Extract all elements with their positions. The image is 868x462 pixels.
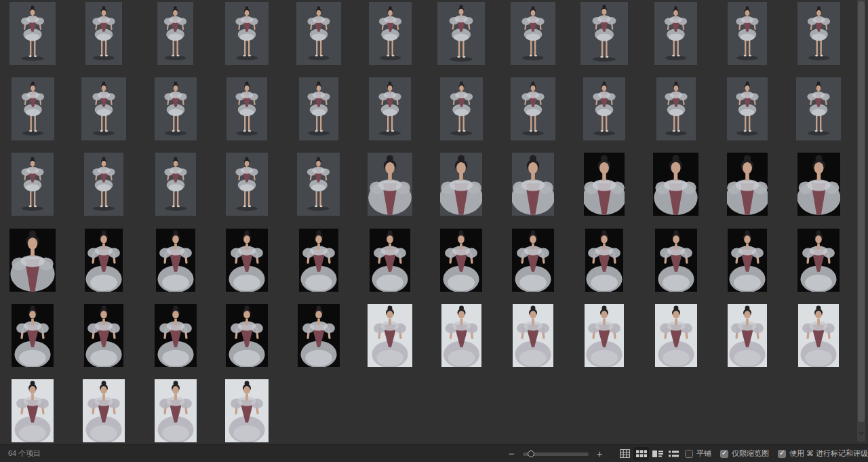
photo-thumbnail[interactable] xyxy=(728,229,767,292)
photo-thumbnail[interactable] xyxy=(655,304,697,367)
photo-thumbnail[interactable] xyxy=(728,2,767,65)
photo-thumbnail[interactable] xyxy=(513,304,553,367)
photo-thumbnail[interactable] xyxy=(85,2,122,65)
photo-thumbnail[interactable] xyxy=(12,77,54,140)
photo-thumbnail[interactable] xyxy=(299,77,338,140)
cmd-tag-rate-label: 使用 ⌘ 进行标记和评级 xyxy=(789,448,868,459)
photo-image xyxy=(9,2,56,65)
photo-image xyxy=(85,229,123,292)
option-tile[interactable]: 平铺 xyxy=(685,448,711,459)
zoom-out-button[interactable]: − xyxy=(509,448,515,459)
photo-thumbnail[interactable] xyxy=(155,304,197,367)
photo-image xyxy=(84,304,123,367)
thumbnail-view-button[interactable] xyxy=(633,447,649,460)
photo-image xyxy=(225,379,269,442)
photo-thumbnail[interactable] xyxy=(226,229,268,292)
photo-thumbnail[interactable] xyxy=(85,229,123,292)
photo-thumbnail[interactable] xyxy=(654,2,697,65)
cmd-tag-rate-checkbox[interactable] xyxy=(778,450,786,458)
option-cmd-tag-rate[interactable]: 使用 ⌘ 进行标记和评级 xyxy=(778,448,868,459)
zoom-in-button[interactable]: + xyxy=(597,448,603,459)
photo-thumbnail[interactable] xyxy=(727,77,768,140)
photo-thumbnail[interactable] xyxy=(12,153,54,216)
photo-thumbnail[interactable] xyxy=(296,2,341,65)
photo-thumbnail[interactable] xyxy=(796,77,841,140)
photo-thumbnail[interactable] xyxy=(583,77,625,140)
photo-thumbnail[interactable] xyxy=(437,2,485,65)
photo-thumbnail[interactable] xyxy=(585,229,623,292)
photo-thumbnail[interactable] xyxy=(798,304,839,367)
photo-thumbnail[interactable] xyxy=(655,229,697,292)
photo-image xyxy=(157,2,193,65)
photo-image xyxy=(441,304,481,367)
photo-thumbnail[interactable] xyxy=(155,379,197,442)
photo-image xyxy=(653,153,698,216)
photo-thumbnail[interactable] xyxy=(440,153,482,216)
photo-image xyxy=(81,77,126,140)
photo-thumbnail[interactable] xyxy=(653,153,698,216)
photo-thumbnail[interactable] xyxy=(226,153,268,216)
photo-thumbnail[interactable] xyxy=(155,153,196,216)
photo-thumbnail[interactable] xyxy=(9,229,56,292)
photo-thumbnail[interactable] xyxy=(84,304,123,367)
detail-view-button[interactable] xyxy=(650,447,665,460)
photo-thumbnail[interactable] xyxy=(511,77,555,140)
photo-thumbnail[interactable] xyxy=(298,304,340,367)
photo-thumbnail[interactable] xyxy=(797,153,840,216)
photo-thumbnail[interactable] xyxy=(9,2,56,65)
photo-thumbnail[interactable] xyxy=(656,77,696,140)
photo-thumbnail[interactable] xyxy=(511,2,555,65)
photo-thumbnail[interactable] xyxy=(12,304,54,367)
photo-thumbnail[interactable] xyxy=(797,229,840,292)
vertical-scrollbar[interactable] xyxy=(857,0,865,442)
photo-thumbnail[interactable] xyxy=(156,229,195,292)
list-view-button[interactable] xyxy=(666,447,682,460)
photo-thumbnail[interactable] xyxy=(225,2,269,65)
photo-image xyxy=(369,77,411,140)
photo-thumbnail[interactable] xyxy=(368,153,412,216)
photo-thumbnail[interactable] xyxy=(797,2,840,65)
photo-thumbnail[interactable] xyxy=(512,229,554,292)
photo-thumbnail[interactable] xyxy=(12,379,54,442)
option-thumbnails-only[interactable]: 仅限缩览图 xyxy=(720,448,769,459)
photo-thumbnail[interactable] xyxy=(226,77,267,140)
photo-thumbnail[interactable] xyxy=(368,304,412,367)
grid-view-button[interactable] xyxy=(617,447,633,460)
tile-checkbox[interactable] xyxy=(685,450,693,458)
photo-thumbnail[interactable] xyxy=(155,77,197,140)
photo-thumbnail[interactable] xyxy=(584,153,625,216)
thumbnails-only-checkbox[interactable] xyxy=(720,450,728,458)
photo-thumbnail[interactable] xyxy=(580,2,628,65)
photo-thumbnail[interactable] xyxy=(83,379,125,442)
photo-thumbnail[interactable] xyxy=(369,2,412,65)
photo-image xyxy=(440,153,482,216)
photo-thumbnail[interactable] xyxy=(512,153,554,216)
photo-thumbnail[interactable] xyxy=(728,304,767,367)
photo-thumbnail[interactable] xyxy=(441,304,481,367)
photo-thumbnail[interactable] xyxy=(157,2,193,65)
scrollbar-thumb[interactable] xyxy=(858,1,865,422)
tile-label: 平铺 xyxy=(696,448,711,459)
thumbnail-size-slider[interactable] xyxy=(523,449,589,459)
photo-image xyxy=(798,304,839,367)
photo-browser-window: 64 个项目 − + xyxy=(0,0,868,462)
photo-thumbnail[interactable] xyxy=(440,229,482,292)
photo-thumbnail[interactable] xyxy=(727,153,768,216)
photo-thumbnail[interactable] xyxy=(370,229,410,292)
photo-thumbnail[interactable] xyxy=(440,77,483,140)
photo-thumbnail[interactable] xyxy=(226,304,268,367)
grid-view-icon xyxy=(620,449,630,458)
photo-thumbnail[interactable] xyxy=(299,229,338,292)
photo-thumbnail[interactable] xyxy=(225,379,269,442)
photo-image xyxy=(656,77,696,140)
photo-thumbnail[interactable] xyxy=(84,153,123,216)
photo-image xyxy=(440,229,482,292)
photo-image xyxy=(512,153,554,216)
photo-thumbnail[interactable] xyxy=(585,304,624,367)
photo-thumbnail[interactable] xyxy=(297,153,340,216)
scroll-down-icon[interactable] xyxy=(857,430,865,437)
photo-thumbnail[interactable] xyxy=(369,77,411,140)
slider-knob[interactable] xyxy=(528,450,534,457)
photo-image xyxy=(728,304,767,367)
photo-thumbnail[interactable] xyxy=(81,77,126,140)
